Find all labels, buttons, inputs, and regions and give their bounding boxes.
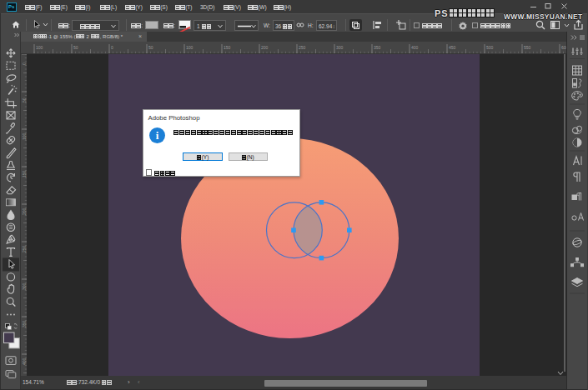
svg-text:50: 50 — [22, 98, 27, 102]
svg-text:50: 50 — [73, 45, 78, 50]
svg-text:300: 300 — [336, 45, 344, 50]
svg-text:350: 350 — [374, 45, 381, 50]
svg-text:350: 350 — [22, 320, 27, 328]
svg-text:250: 250 — [299, 45, 306, 50]
svg-text:0: 0 — [22, 62, 27, 65]
svg-text:300: 300 — [22, 282, 27, 290]
svg-text:50: 50 — [148, 45, 153, 50]
svg-text:150: 150 — [224, 45, 231, 50]
svg-text:400: 400 — [22, 358, 27, 365]
svg-text:500: 500 — [486, 45, 494, 50]
svg-text:250: 250 — [22, 245, 27, 252]
svg-text:0: 0 — [111, 45, 113, 50]
svg-text:200: 200 — [22, 208, 27, 215]
svg-text:100: 100 — [22, 132, 27, 140]
svg-text:150: 150 — [22, 170, 27, 178]
svg-text:100: 100 — [36, 45, 43, 50]
svg-text:200: 200 — [261, 45, 269, 50]
svg-text:450: 450 — [449, 45, 456, 50]
svg-text:400: 400 — [411, 45, 419, 50]
svg-text:100: 100 — [186, 45, 193, 50]
svg-text:550: 550 — [524, 45, 531, 50]
